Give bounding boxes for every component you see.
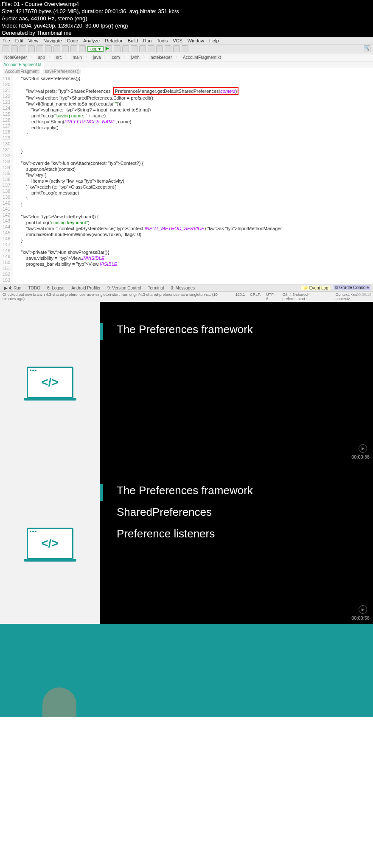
tab-messages[interactable]: 0: Messages xyxy=(169,286,196,290)
sync-gradle-icon[interactable] xyxy=(173,45,180,52)
accent-bar xyxy=(100,323,103,340)
back-icon[interactable] xyxy=(70,45,77,52)
help-icon[interactable] xyxy=(182,45,188,52)
menubar: File Edit View Navigate Code Analyze Ref… xyxy=(0,37,373,45)
stop-icon[interactable] xyxy=(139,45,146,52)
menu-file[interactable]: File xyxy=(3,38,10,43)
slide-2-t2: SharedPreferences xyxy=(117,506,356,519)
statusbar: Checked out new branch 4.3-shared-prefer… xyxy=(0,291,373,302)
crumb-method[interactable]: savePreferences() xyxy=(43,69,81,74)
slide-1-left: </> xyxy=(0,302,100,463)
slide-2-t1: The Preferences framework xyxy=(117,484,356,497)
slide-2-content: The Preferences framework SharedPreferen… xyxy=(100,463,373,624)
code-editor[interactable]: 1191201211221231241251261271281291301311… xyxy=(0,75,373,284)
copy-icon[interactable] xyxy=(53,45,60,52)
nav-breadcrumb: NoteKeeper〉 app〉 src〉 main〉 java〉 com〉 j… xyxy=(0,53,373,61)
play-overlay-icon[interactable]: ▶ xyxy=(359,444,367,453)
menu-refactor[interactable]: Refactor xyxy=(105,38,123,43)
gradle-console-tab[interactable]: ⧉ Gradle Console xyxy=(334,285,370,290)
crumb-main[interactable]: main xyxy=(71,55,84,60)
crumb-java[interactable]: java xyxy=(91,55,102,60)
forward-icon[interactable] xyxy=(79,45,86,52)
tab-accountfragment[interactable]: AccountFragment.kt xyxy=(0,61,45,68)
debug-icon[interactable] xyxy=(114,45,121,52)
sync-icon[interactable] xyxy=(20,45,26,52)
undo-icon[interactable] xyxy=(28,45,35,52)
crumb-jwhh[interactable]: jwhh xyxy=(129,55,141,60)
menu-navigate[interactable]: Navigate xyxy=(43,38,62,43)
attach-icon[interactable] xyxy=(131,45,137,52)
laptop-icon: </> xyxy=(27,367,73,398)
slide-3 xyxy=(0,624,373,717)
status-crlf: CRLF: xyxy=(250,292,261,301)
avd-icon[interactable] xyxy=(148,45,154,52)
slide-1-title: The Preferences framework xyxy=(117,323,356,336)
menu-vcs[interactable]: VCS xyxy=(173,38,182,43)
crumb-class[interactable]: AccountFragment xyxy=(3,69,40,74)
meta-gen: Generated by Thumbnail me xyxy=(2,30,371,37)
menu-view[interactable]: View xyxy=(28,38,39,43)
play-overlay-icon[interactable]: ▶ xyxy=(359,605,367,614)
crumb-src[interactable]: src xyxy=(54,55,63,60)
menu-run[interactable]: Run xyxy=(143,38,151,43)
paste-icon[interactable] xyxy=(62,45,69,52)
menu-tools[interactable]: Tools xyxy=(157,38,168,43)
menu-build[interactable]: Build xyxy=(128,38,138,43)
status-enc: UTF-8: xyxy=(266,292,277,301)
search-icon[interactable]: 🔍 xyxy=(364,45,370,52)
status-git: Git: 4.3-shared-prefere...start : xyxy=(282,292,330,301)
tab-run[interactable]: ▶ 4: Run xyxy=(3,286,23,290)
status-msg: Checked out new branch 4.3-shared-prefer… xyxy=(3,292,225,301)
menu-analyze[interactable]: Analyze xyxy=(83,38,100,43)
run-config-combo[interactable]: app ▾ xyxy=(87,46,104,52)
menu-edit[interactable]: Edit xyxy=(15,38,23,43)
structure-icon[interactable] xyxy=(165,45,171,52)
code-glyph-icon: </> xyxy=(41,376,58,389)
tab-vcs[interactable]: 9: Version Control xyxy=(106,286,143,290)
meta-audio: Audio: aac, 44100 Hz, stereo (eng) xyxy=(2,15,371,22)
menu-window[interactable]: Window xyxy=(188,38,204,43)
run-icon[interactable]: ▶ xyxy=(105,45,112,52)
save-icon[interactable] xyxy=(11,45,18,52)
slide-2-t3: Preference listeners xyxy=(117,527,356,540)
meta-file: File: 01 - Course Overview.mp4 xyxy=(2,1,371,8)
menu-code[interactable]: Code xyxy=(67,38,78,43)
event-log-tab[interactable]: ⚡ Event Log xyxy=(301,286,330,290)
bottom-toolbar: ▶ 4: Run TODO 6: Logcat Android Profiler… xyxy=(0,284,373,291)
timestamp-2: 00:00:38 xyxy=(351,454,370,459)
crumb-com[interactable]: com xyxy=(110,55,121,60)
slide-4: ▶ 00:01:16 xyxy=(0,717,373,868)
tab-todo[interactable]: TODO xyxy=(26,286,42,290)
menu-help[interactable]: Help xyxy=(209,38,219,43)
timestamp-3: 00:00:58 xyxy=(351,615,370,620)
tab-logcat[interactable]: 6: Logcat xyxy=(45,286,66,290)
crumb-file[interactable]: AccountFragment.kt xyxy=(181,55,222,60)
status-pos: 120:1 xyxy=(236,292,245,301)
accent-bar xyxy=(100,484,103,501)
toolbar: app ▾ ▶ 🔍 xyxy=(0,45,373,53)
timestamp-1: 00:00:19 xyxy=(356,292,371,297)
crumb-notekeeper[interactable]: notekeeper xyxy=(149,55,174,60)
meta-video: Video: h264, yuv420p, 1280x720, 30.00 fp… xyxy=(2,22,371,30)
slide-2: </> The Preferences framework SharedPref… xyxy=(0,463,373,624)
tab-terminal[interactable]: Terminal xyxy=(146,286,166,290)
laptop-icon: </> xyxy=(27,528,73,559)
crumb-root[interactable]: NoteKeeper xyxy=(3,55,28,60)
video-metadata: File: 01 - Course Overview.mp4 Size: 421… xyxy=(0,0,373,37)
cut-icon[interactable] xyxy=(45,45,52,52)
presenter-silhouette xyxy=(42,687,76,717)
ide-window: File Edit View Navigate Code Analyze Ref… xyxy=(0,37,373,302)
editor-crumbs: AccountFragment savePreferences() xyxy=(0,68,373,75)
open-icon[interactable] xyxy=(3,45,9,52)
crumb-app[interactable]: app xyxy=(36,55,47,60)
code-area[interactable]: "kw">fun savePreferences(){ "kw">val pre… xyxy=(13,75,373,284)
redo-icon[interactable] xyxy=(36,45,43,52)
slide-1-content: The Preferences framework ▶ 00:00:38 xyxy=(100,302,373,463)
slide-2-left: </> xyxy=(0,463,100,624)
gutter: 1191201211221231241251261271281291301311… xyxy=(0,75,13,284)
tab-profiler[interactable]: Android Profiler xyxy=(70,286,102,290)
sdk-icon[interactable] xyxy=(156,45,163,52)
profile-icon[interactable] xyxy=(122,45,129,52)
editor-tabs: AccountFragment.kt xyxy=(0,61,373,68)
slide-1: </> The Preferences framework ▶ 00:00:38 xyxy=(0,302,373,463)
